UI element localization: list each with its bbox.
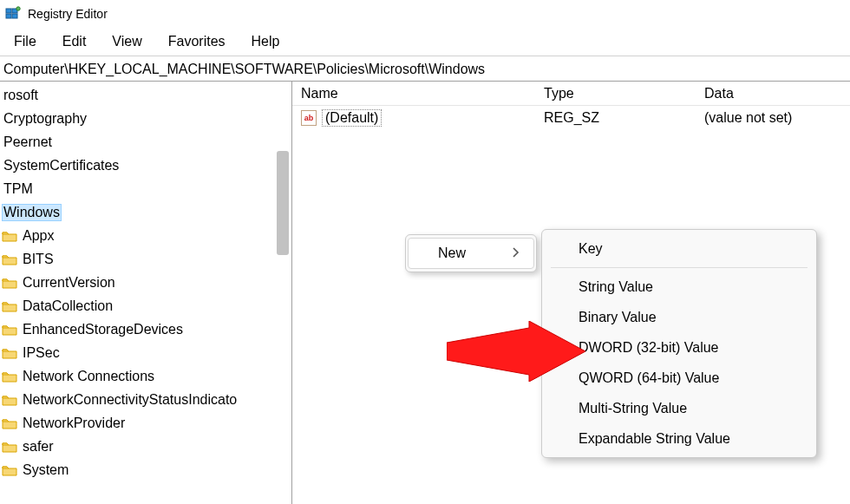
context-item-label: New	[438, 245, 466, 261]
menubar: File Edit View Favorites Help	[0, 28, 850, 56]
tree-item[interactable]: TPM	[0, 177, 291, 200]
tree-item-label: Appx	[21, 228, 56, 244]
tree-item[interactable]: IPSec	[0, 341, 291, 364]
folder-icon	[2, 347, 17, 359]
tree-item[interactable]: rosoft	[0, 83, 291, 107]
context-menu: New	[405, 234, 537, 272]
context-submenu-new: Key String Value Binary Value DWORD (32-…	[541, 229, 817, 458]
context-item-string[interactable]: String Value	[542, 272, 816, 302]
svg-rect-3	[12, 14, 17, 18]
tree-scrollbar[interactable]	[277, 151, 289, 255]
column-header-data[interactable]: Data	[696, 82, 850, 105]
svg-point-4	[16, 7, 20, 10]
value-data: (value not set)	[696, 110, 850, 126]
regedit-icon	[5, 6, 21, 22]
folder-icon	[2, 394, 17, 406]
tree-item[interactable]: safer	[0, 435, 291, 458]
context-item-label: String Value	[579, 279, 653, 295]
value-type: REG_SZ	[535, 110, 696, 126]
tree-item-label: SystemCertificates	[2, 158, 121, 173]
tree-item-label: CurrentVersion	[21, 275, 117, 291]
context-item-label: Multi-String Value	[579, 401, 687, 416]
tree-item-label: Cryptography	[2, 111, 88, 127]
tree-item[interactable]: SystemCertificates	[0, 154, 291, 177]
tree-item-label: IPSec	[21, 345, 62, 361]
context-item-label: QWORD (64-bit) Value	[579, 370, 719, 386]
folder-icon	[2, 417, 17, 429]
menu-view[interactable]: View	[100, 30, 154, 53]
context-item-binary[interactable]: Binary Value	[542, 302, 816, 332]
folder-icon	[2, 324, 17, 336]
tree-item[interactable]: System	[0, 458, 291, 481]
string-value-icon: ab	[301, 110, 317, 126]
tree-item-label: rosoft	[2, 88, 40, 103]
tree-item-label: NetworkProvider	[21, 416, 127, 431]
tree-item-label: BITS	[21, 252, 56, 267]
tree-item-label: safer	[21, 439, 56, 455]
context-item-expandablestring[interactable]: Expandable String Value	[542, 423, 816, 454]
tree-item-label: NetworkConnectivityStatusIndicato	[21, 392, 239, 408]
address-bar[interactable]: Computer\HKEY_LOCAL_MACHINE\SOFTWARE\Pol…	[0, 56, 850, 82]
context-item-qword[interactable]: QWORD (64-bit) Value	[542, 363, 816, 393]
tree-item[interactable]: CurrentVersion	[0, 271, 291, 294]
context-item-label: Binary Value	[579, 310, 657, 325]
tree-item[interactable]: NetworkConnectivityStatusIndicato	[0, 388, 291, 411]
context-item-multistring[interactable]: Multi-String Value	[542, 393, 816, 423]
context-item-new[interactable]: New	[408, 238, 534, 269]
menu-favorites[interactable]: Favorites	[156, 30, 238, 53]
folder-icon	[2, 300, 17, 312]
chevron-right-icon	[513, 247, 520, 260]
tree-item[interactable]: NetworkProvider	[0, 411, 291, 435]
folder-icon	[2, 441, 17, 453]
context-item-label: DWORD (32-bit) Value	[579, 340, 719, 356]
context-item-dword[interactable]: DWORD (32-bit) Value	[542, 332, 816, 363]
menu-file[interactable]: File	[2, 30, 49, 53]
tree-item[interactable]: Peernet	[0, 130, 291, 154]
tree-item-label: Windows	[2, 204, 62, 221]
svg-rect-0	[6, 9, 11, 13]
tree-item-label: DataCollection	[21, 298, 114, 314]
menu-separator	[551, 267, 808, 268]
list-header: Name Type Data	[292, 82, 850, 106]
context-item-label: Key	[579, 241, 603, 257]
tree-item[interactable]: DataCollection	[0, 294, 291, 317]
tree-item-label: System	[21, 462, 70, 478]
tree-item[interactable]: Appx	[0, 224, 291, 247]
tree-item[interactable]: Windows	[0, 200, 291, 224]
tree-item[interactable]: Network Connections	[0, 364, 291, 388]
menu-edit[interactable]: Edit	[50, 30, 99, 53]
tree-item[interactable]: EnhancedStorageDevices	[0, 317, 291, 341]
svg-rect-2	[6, 14, 11, 18]
tree-item-label: Network Connections	[21, 369, 156, 384]
list-row[interactable]: ab (Default) REG_SZ (value not set)	[292, 106, 850, 130]
tree-item-label: TPM	[2, 181, 35, 197]
tree-pane: rosoftCryptographyPeernetSystemCertifica…	[0, 82, 292, 504]
window-title: Registry Editor	[28, 7, 108, 21]
folder-icon	[2, 253, 17, 265]
folder-icon	[2, 370, 17, 383]
tree-item[interactable]: Cryptography	[0, 107, 291, 130]
folder-icon	[2, 277, 17, 289]
context-item-key[interactable]: Key	[542, 233, 816, 264]
column-header-type[interactable]: Type	[535, 82, 696, 105]
menu-help[interactable]: Help	[239, 30, 292, 53]
folder-icon	[2, 464, 17, 476]
value-name: (Default)	[322, 109, 382, 127]
context-item-label: Expandable String Value	[579, 431, 730, 447]
tree-item[interactable]: BITS	[0, 247, 291, 271]
folder-icon	[2, 230, 17, 242]
column-header-name[interactable]: Name	[292, 82, 535, 105]
titlebar: Registry Editor	[0, 0, 850, 28]
tree-item-label: Peernet	[2, 134, 54, 150]
tree-item-label: EnhancedStorageDevices	[21, 322, 185, 337]
